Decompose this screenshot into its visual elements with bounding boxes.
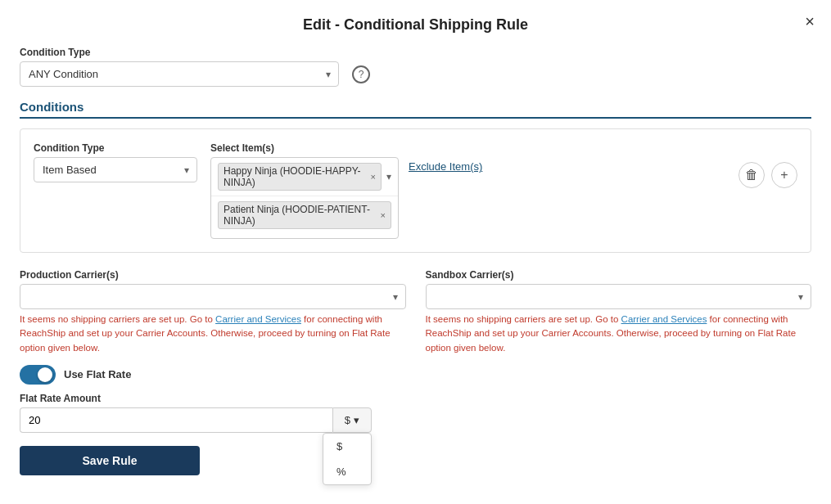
currency-wrapper: $ ▾ $ % [332,407,372,433]
help-icon[interactable]: ? [352,65,370,83]
flat-rate-row: Use Flat Rate [20,365,811,385]
sandbox-carrier-wrapper [426,284,812,309]
save-rule-button[interactable]: Save Rule [20,446,200,475]
item-tag-patient-label: Patient Ninja (HOODIE-PATIENT-NINJA) [224,204,377,227]
amount-row: $ ▾ $ % [20,407,372,433]
sandbox-carrier-select[interactable] [426,284,812,309]
flat-rate-amount-input[interactable] [20,407,332,433]
flat-rate-amount-label: Flat Rate Amount [20,393,811,404]
toggle-track [20,365,56,385]
production-warning-text: It seems no shipping carriers are set up… [20,314,213,324]
item-tag-patient-remove[interactable]: × [381,210,386,220]
condition-type-select[interactable]: ANY Condition ALL Conditions [20,61,339,87]
carriers-row: Production Carrier(s) It seems no shippi… [20,269,811,355]
flat-rate-label: Use Flat Rate [64,368,131,380]
select-items-label: Select Item(s) [210,142,725,154]
flat-rate-amount-section: Flat Rate Amount $ ▾ $ % [20,393,811,433]
production-carrier-col: Production Carrier(s) It seems no shippi… [20,269,406,355]
modal-container: Edit - Conditional Shipping Rule × Condi… [0,0,831,504]
sandbox-carrier-label: Sandbox Carrier(s) [426,269,812,281]
currency-option-percent[interactable]: % [323,459,371,484]
items-multi-select[interactable]: Happy Ninja (HOODIE-HAPPY-NINJA) × ▾ Pat… [210,157,399,239]
multi-select-arrow[interactable]: ▾ [386,171,391,182]
sandbox-warning-text: It seems no shipping carriers are set up… [426,314,619,324]
currency-arrow: ▾ [354,414,359,426]
sandbox-carrier-col: Sandbox Carrier(s) It seems no shipping … [426,269,812,355]
inner-condition-type-wrapper: Item Based Weight Based Price Based [34,157,197,182]
delete-condition-button[interactable]: 🗑 [738,162,765,188]
inner-condition-type-select[interactable]: Item Based Weight Based Price Based [34,157,197,182]
item-tag-patient: Patient Ninja (HOODIE-PATIENT-NINJA) × [218,201,391,229]
select-items-col: Select Item(s) Happy Ninja (HOODIE-HAPPY… [210,142,725,239]
currency-dropdown: $ % [323,433,372,485]
production-carrier-services-link[interactable]: Carrier and Services [215,314,301,324]
multi-select-header: Happy Ninja (HOODIE-HAPPY-NINJA) × ▾ [211,158,398,196]
condition-type-label: Condition Type [20,47,811,58]
conditions-actions: 🗑 + [738,162,797,188]
exclude-items-link[interactable]: Exclude Item(s) [409,160,482,173]
item-tag-happy-label: Happy Ninja (HOODIE-HAPPY-NINJA) [224,165,368,188]
modal-title: Edit - Conditional Shipping Rule [20,16,811,34]
flat-rate-toggle[interactable] [20,365,56,385]
item-tag-happy-remove[interactable]: × [371,172,376,182]
inner-condition-type-col: Condition Type Item Based Weight Based P… [34,142,197,182]
condition-type-wrapper: ANY Condition ALL Conditions [20,61,339,87]
sandbox-carrier-warning: It seems no shipping carriers are set up… [426,313,812,355]
conditions-box: Condition Type Item Based Weight Based P… [20,128,811,253]
add-condition-button[interactable]: + [771,162,797,188]
close-button[interactable]: × [805,13,815,29]
production-carrier-label: Production Carrier(s) [20,269,406,281]
inner-condition-type-label: Condition Type [34,142,197,154]
production-carrier-select[interactable] [20,284,406,309]
production-carrier-warning: It seems no shipping carriers are set up… [20,313,406,355]
sandbox-carrier-services-link[interactable]: Carrier and Services [621,314,707,324]
conditions-row: Condition Type Item Based Weight Based P… [34,142,797,239]
multi-select-body: Patient Ninja (HOODIE-PATIENT-NINJA) × [211,196,398,234]
item-tag-happy: Happy Ninja (HOODIE-HAPPY-NINJA) × [218,163,382,191]
conditions-section-label: Conditions [20,100,811,119]
currency-button[interactable]: $ ▾ [332,407,372,433]
toggle-thumb [38,367,52,382]
production-carrier-wrapper [20,284,406,309]
currency-symbol: $ [345,414,350,426]
currency-option-dollar[interactable]: $ [323,434,371,459]
